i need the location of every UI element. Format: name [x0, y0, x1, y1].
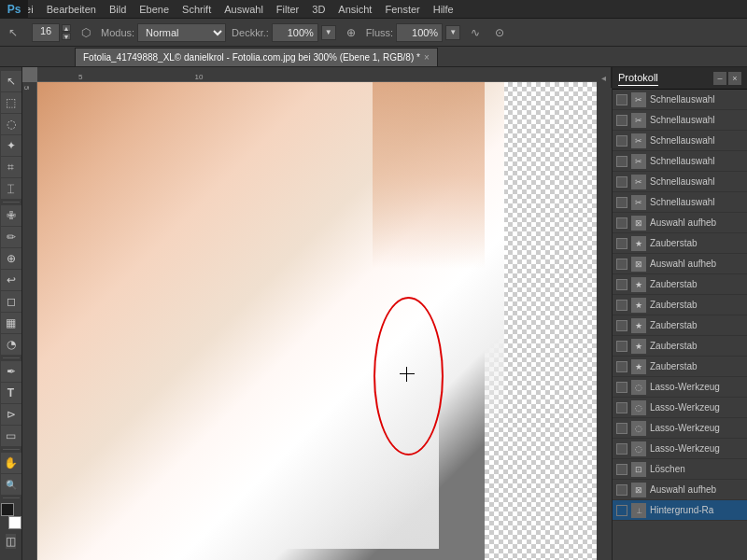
- brush-size-down[interactable]: ▼: [62, 33, 71, 40]
- menu-bearbeiten[interactable]: Bearbeiten: [41, 2, 102, 17]
- healing-tool[interactable]: ✙: [1, 205, 21, 226]
- history-item[interactable]: ◌Lasso-Werkzeug: [613, 418, 747, 439]
- document-tab[interactable]: Fotolia_41749888_XL© danielkrol - Fotoli…: [75, 48, 438, 66]
- panel-collapse-btn[interactable]: ◂: [597, 67, 612, 88]
- menu-hilfe[interactable]: Hilfe: [428, 2, 459, 17]
- history-checkbox: [616, 464, 627, 475]
- opacity-input[interactable]: [272, 23, 318, 42]
- history-item[interactable]: ✂Schnellauswahl: [613, 172, 747, 192]
- lasso-tool[interactable]: ◌: [1, 114, 21, 134]
- history-item[interactable]: ◌Lasso-Werkzeug: [613, 439, 747, 459]
- tab-close-btn[interactable]: ×: [424, 52, 430, 63]
- history-brush-tool[interactable]: ↩: [1, 270, 21, 290]
- history-checkbox: [616, 115, 627, 126]
- history-item[interactable]: ★Zauberstab: [613, 336, 747, 357]
- quick-select-tool[interactable]: ✦: [1, 135, 21, 156]
- history-item-label: Auswahl aufheb: [650, 259, 743, 269]
- history-checkbox: [616, 320, 627, 331]
- history-item[interactable]: ✂Schnellauswahl: [613, 192, 747, 213]
- flow-input[interactable]: [396, 23, 443, 42]
- panel-close-btn[interactable]: ×: [728, 72, 741, 85]
- history-item[interactable]: ✂Schnellauswahl: [613, 110, 747, 131]
- menu-fenster[interactable]: Fenster: [379, 2, 425, 17]
- panel-minimize-btn[interactable]: –: [713, 72, 726, 85]
- history-item[interactable]: ★Zauberstab: [613, 315, 747, 336]
- history-item-icon: ★: [631, 236, 646, 251]
- history-checkbox: [616, 135, 627, 147]
- fg-color-swatch[interactable]: [1, 503, 14, 516]
- opacity-dropdown[interactable]: ▼: [321, 25, 336, 40]
- history-item[interactable]: ★Zauberstab: [613, 233, 747, 254]
- history-item[interactable]: ⊡Löschen: [613, 459, 747, 480]
- eyedropper-tool[interactable]: ⌶: [1, 178, 21, 199]
- history-checkbox: [616, 156, 627, 167]
- history-item[interactable]: ◌Lasso-Werkzeug: [613, 377, 747, 398]
- marquee-tool[interactable]: ⬚: [1, 92, 21, 113]
- hand-tool[interactable]: ✋: [1, 453, 21, 473]
- brush-preset-icon[interactable]: ⬡: [77, 23, 95, 42]
- history-item[interactable]: ⊠Auswahl aufheb: [613, 254, 747, 274]
- panel-tabs: Protokoll: [618, 70, 658, 86]
- history-checkbox: [616, 423, 627, 434]
- history-checkbox: [616, 443, 627, 455]
- history-checkbox: [616, 94, 627, 105]
- blur-tool[interactable]: ◔: [1, 334, 21, 355]
- history-item-icon: ✂: [631, 113, 646, 128]
- smoothing-icon[interactable]: ∿: [466, 23, 485, 42]
- history-item[interactable]: ◌Lasso-Werkzeug: [613, 398, 747, 418]
- history-checkbox: [616, 197, 627, 208]
- menu-ebene[interactable]: Ebene: [134, 2, 175, 17]
- history-item[interactable]: ★Zauberstab: [613, 357, 747, 377]
- shape-tool[interactable]: ▭: [1, 426, 21, 446]
- history-item[interactable]: ✂Schnellauswahl: [613, 131, 747, 151]
- history-checkbox: [616, 259, 627, 270]
- menu-auswahl[interactable]: Auswahl: [218, 2, 269, 17]
- brush-tool[interactable]: ✏: [1, 227, 21, 247]
- history-item[interactable]: ★Zauberstab: [613, 295, 747, 315]
- eraser-tool[interactable]: ◻: [1, 291, 21, 312]
- history-checkbox: [616, 279, 627, 290]
- history-item[interactable]: ✂Schnellauswahl: [613, 90, 747, 110]
- opacity-label: Deckkr.:: [232, 27, 269, 38]
- canvas-content[interactable]: [37, 82, 597, 560]
- path-select-tool[interactable]: ⊳: [1, 404, 21, 425]
- history-item[interactable]: ★Zauberstab: [613, 274, 747, 295]
- history-item-label: Schnellauswahl: [650, 176, 743, 187]
- pen-tool[interactable]: ✒: [1, 361, 21, 382]
- gradient-tool[interactable]: ▦: [1, 313, 21, 333]
- history-checkbox: [616, 505, 627, 516]
- move-tool[interactable]: ↖: [1, 71, 21, 91]
- history-item-label: Schnellauswahl: [650, 197, 743, 207]
- menu-schrift[interactable]: Schrift: [176, 2, 217, 17]
- panel-tab-protokoll[interactable]: Protokoll: [618, 70, 658, 86]
- menu-3d[interactable]: 3D: [306, 2, 331, 17]
- mode-select[interactable]: Normal Multiplizieren Überlagern: [137, 23, 226, 42]
- history-item-label: Zauberstab: [650, 361, 743, 371]
- brush-size-up[interactable]: ▲: [62, 24, 71, 32]
- history-item[interactable]: ✂Schnellauswahl: [613, 151, 747, 172]
- bg-color-swatch[interactable]: [8, 516, 21, 529]
- menu-bild[interactable]: Bild: [104, 2, 132, 17]
- history-item-icon: ★: [631, 359, 646, 374]
- screen-mode-area: ◫: [6, 534, 16, 549]
- pressure-icon[interactable]: ⊙: [490, 23, 509, 42]
- history-item[interactable]: ⊠Auswahl aufheb: [613, 480, 747, 500]
- menu-filter[interactable]: Filter: [271, 2, 304, 17]
- history-checkbox: [616, 217, 627, 229]
- toolbar-separator-2: [3, 357, 20, 358]
- airbrush-icon[interactable]: ⊕: [342, 23, 360, 42]
- flow-dropdown[interactable]: ▼: [445, 25, 460, 40]
- ruler-top-marks: 5 10: [37, 67, 597, 81]
- text-tool[interactable]: T: [1, 383, 21, 403]
- canvas-area[interactable]: 5 10 5: [22, 67, 597, 560]
- history-checkbox: [616, 484, 627, 496]
- zoom-tool[interactable]: 🔍: [1, 474, 21, 495]
- menu-ansicht[interactable]: Ansicht: [332, 2, 377, 17]
- history-item[interactable]: ⟂Hintergrund-Ra: [613, 500, 747, 521]
- clone-tool[interactable]: ⊕: [1, 248, 21, 269]
- history-item[interactable]: ⊠Auswahl aufheb: [613, 213, 747, 233]
- quick-mask-btn[interactable]: ◫: [6, 534, 16, 549]
- history-item-icon: ⊠: [631, 483, 646, 497]
- tool-options-icon[interactable]: ↖: [4, 23, 22, 42]
- crop-tool[interactable]: ⌗: [1, 157, 21, 177]
